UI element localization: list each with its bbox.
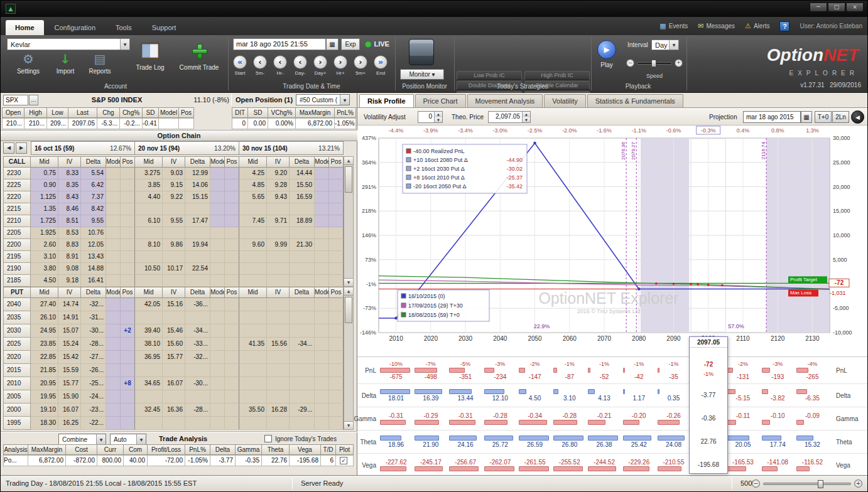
chain-cell[interactable] [315,263,329,275]
chain-col-header[interactable]: Delta [185,287,210,298]
chain-cell[interactable] [315,377,329,390]
position-col-header[interactable]: PnL% [335,107,356,118]
chain-col-header[interactable]: Delta [290,156,315,168]
chain-cell[interactable]: 14.74 [58,298,81,311]
chain-cell[interactable] [185,390,210,404]
chain-cell[interactable] [106,364,121,377]
chain-cell[interactable] [290,417,315,430]
chain-cell[interactable]: 10.50 [135,263,163,275]
chain-cell[interactable] [239,203,267,215]
chain-cell[interactable]: 14.88 [81,263,106,275]
chain-cell[interactable] [315,404,329,417]
chain-cell[interactable]: 6.42 [81,179,106,191]
chain-cell[interactable] [185,227,210,239]
chain-cell[interactable] [210,324,225,338]
symbol-lookup-button[interactable]: … [29,95,38,105]
symbol-input[interactable]: SPX [3,95,28,105]
chain-cell[interactable] [290,390,315,404]
chain-cell[interactable] [106,251,121,263]
chain-cell[interactable] [329,298,344,311]
quote-col-header[interactable]: SD [143,107,159,118]
chain-cell[interactable] [290,324,315,338]
chain-cell[interactable] [121,351,135,364]
chain-cell[interactable] [329,179,344,191]
chain-cell[interactable] [106,203,121,215]
zoom-in-button[interactable]: + [854,479,862,488]
chain-cell[interactable] [121,215,135,227]
chain-cell[interactable]: -32... [81,298,106,311]
chain-cell[interactable]: 8.53 [58,227,81,239]
chain-cell[interactable] [225,215,239,227]
chain-cell[interactable] [135,417,163,430]
chain-cell[interactable] [267,275,290,287]
chain-col-header[interactable]: Pos [225,156,239,168]
chain-cell[interactable]: 15.50 [290,179,315,191]
analysis-col-header[interactable]: Profit/Loss [148,444,185,455]
analysis-col-header[interactable]: Delta [210,444,236,455]
chain-cell[interactable]: 9.03 [163,168,185,179]
chain-cell[interactable] [329,417,344,430]
chain-cell[interactable] [163,311,185,324]
chain-col-header[interactable]: Mid [31,287,58,298]
chain-cell[interactable]: -24... [81,390,106,404]
chain-cell[interactable] [121,239,135,251]
chain-cell[interactable]: 15.15 [185,191,210,203]
chain-cell[interactable] [225,168,239,179]
chain-cell[interactable]: 10.17 [163,263,185,275]
chain-cell[interactable] [290,263,315,275]
chain-cell[interactable] [315,275,329,287]
tab-tools[interactable]: Tools [106,20,141,35]
strike-cell[interactable]: 2215 [3,203,31,215]
chain-cell[interactable] [239,311,267,324]
spin-down-icon[interactable]: ▼ [435,117,442,123]
chain-cell[interactable] [163,417,185,430]
analysis-col-header[interactable]: Com [124,444,148,455]
chain-cell[interactable]: 1.925 [31,227,58,239]
chain-cell[interactable] [329,251,344,263]
chain-cell[interactable]: 9.08 [58,263,81,275]
analysis-col-header[interactable]: Gamma [236,444,262,455]
scroll-up-icon[interactable]: ▲ [344,157,353,165]
chain-cell[interactable] [135,390,163,404]
chain-cell[interactable]: 15.77 [163,351,185,364]
chain-cell[interactable] [315,168,329,179]
chain-cell[interactable] [121,390,135,404]
chain-cell[interactable]: -29... [290,404,315,417]
chain-cell[interactable] [210,251,225,263]
strike-cell[interactable]: 2225 [3,179,31,191]
spin-down-icon[interactable]: ▼ [523,117,530,123]
chain-cell[interactable]: 9.71 [267,215,290,227]
chain-cell[interactable]: 4.40 [135,191,163,203]
chain-cell[interactable]: 3.10 [31,251,58,263]
chain-col-header[interactable]: Mid [239,156,267,168]
chain-cell[interactable] [106,275,121,287]
chain-cell[interactable]: 1.35 [31,203,58,215]
chain-cell[interactable] [315,351,329,364]
chain-cell[interactable]: 5.54 [81,168,106,179]
position-selector[interactable]: #50 Custom (▼ [296,94,350,105]
scroll-down-icon[interactable]: ▼ [344,421,353,429]
chain-cell[interactable] [135,203,163,215]
chain-col-header[interactable]: IV [58,156,81,168]
chain-cell[interactable] [225,417,239,430]
chain-cell[interactable] [121,298,135,311]
chain-cell[interactable] [163,275,185,287]
chain-cell[interactable] [210,417,225,430]
chain-cell[interactable] [290,251,315,263]
scroll-up-icon[interactable]: ▲ [344,287,353,296]
analysis-col-header[interactable]: Cost [66,444,97,455]
transport-hrplus[interactable]: ›Hr+ [332,55,349,76]
chain-cell[interactable]: +2 [121,324,135,338]
alerts-button[interactable]: ⚠Alerts [745,22,769,30]
chain-cell[interactable] [106,239,121,251]
chain-cell[interactable] [106,227,121,239]
strike-cell[interactable]: 2205 [3,227,31,239]
tab-support[interactable]: Support [143,20,186,35]
chain-cell[interactable] [315,364,329,377]
chain-cell[interactable] [239,251,267,263]
chain-cell[interactable]: -28... [185,404,210,417]
chain-cell[interactable] [210,377,225,390]
speed-thumb[interactable] [651,60,656,67]
chain-cell[interactable] [225,364,239,377]
chain-cell[interactable]: 8.43 [58,191,81,203]
